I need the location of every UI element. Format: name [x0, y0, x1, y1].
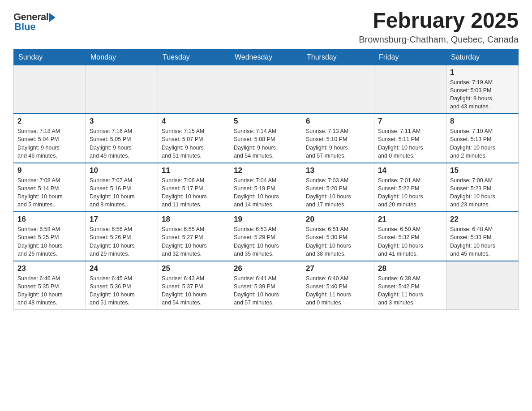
table-row: 18Sunrise: 6:55 AM Sunset: 5:27 PM Dayli…	[158, 212, 230, 261]
calendar-table: Sunday Monday Tuesday Wednesday Thursday…	[13, 49, 519, 310]
table-row	[14, 65, 86, 114]
day-info: Sunrise: 6:58 AM Sunset: 5:25 PM Dayligh…	[17, 225, 82, 258]
table-row: 19Sunrise: 6:53 AM Sunset: 5:29 PM Dayli…	[230, 212, 302, 261]
col-tuesday: Tuesday	[158, 49, 230, 65]
day-info: Sunrise: 7:03 AM Sunset: 5:20 PM Dayligh…	[306, 176, 370, 209]
day-number: 25	[162, 264, 226, 273]
day-number: 7	[378, 117, 442, 126]
day-number: 20	[306, 215, 370, 224]
logo-arrow-icon	[49, 13, 56, 22]
table-row	[230, 65, 302, 114]
table-row: 5Sunrise: 7:14 AM Sunset: 5:08 PM Daylig…	[230, 114, 302, 163]
day-number: 15	[450, 166, 515, 175]
table-row: 15Sunrise: 7:00 AM Sunset: 5:23 PM Dayli…	[446, 163, 519, 212]
col-sunday: Sunday	[14, 49, 86, 65]
logo: General Blue	[13, 9, 56, 33]
table-row: 26Sunrise: 6:41 AM Sunset: 5:39 PM Dayli…	[230, 261, 302, 310]
day-info: Sunrise: 7:16 AM Sunset: 5:05 PM Dayligh…	[90, 127, 154, 160]
day-info: Sunrise: 6:55 AM Sunset: 5:27 PM Dayligh…	[162, 225, 226, 258]
day-info: Sunrise: 7:11 AM Sunset: 5:11 PM Dayligh…	[378, 127, 442, 160]
day-number: 1	[450, 68, 515, 77]
table-row: 24Sunrise: 6:45 AM Sunset: 5:36 PM Dayli…	[86, 261, 158, 310]
table-row	[302, 65, 374, 114]
table-row: 28Sunrise: 6:38 AM Sunset: 5:42 PM Dayli…	[374, 261, 446, 310]
day-number: 11	[162, 166, 226, 175]
table-row: 1Sunrise: 7:19 AM Sunset: 5:03 PM Daylig…	[446, 65, 519, 114]
table-row: 16Sunrise: 6:58 AM Sunset: 5:25 PM Dayli…	[14, 212, 86, 261]
col-thursday: Thursday	[302, 49, 374, 65]
title-block: February 2025 Brownsburg-Chatham, Quebec…	[359, 9, 519, 45]
table-row: 25Sunrise: 6:43 AM Sunset: 5:37 PM Dayli…	[158, 261, 230, 310]
col-friday: Friday	[374, 49, 446, 65]
table-row: 9Sunrise: 7:08 AM Sunset: 5:14 PM Daylig…	[14, 163, 86, 212]
table-row: 21Sunrise: 6:50 AM Sunset: 5:32 PM Dayli…	[374, 212, 446, 261]
table-row: 27Sunrise: 6:40 AM Sunset: 5:40 PM Dayli…	[302, 261, 374, 310]
table-row: 22Sunrise: 6:48 AM Sunset: 5:33 PM Dayli…	[446, 212, 519, 261]
day-number: 23	[17, 264, 82, 273]
calendar-week-row: 16Sunrise: 6:58 AM Sunset: 5:25 PM Dayli…	[14, 212, 519, 261]
day-number: 16	[17, 215, 82, 224]
day-info: Sunrise: 7:10 AM Sunset: 5:13 PM Dayligh…	[450, 127, 515, 160]
table-row: 12Sunrise: 7:04 AM Sunset: 5:19 PM Dayli…	[230, 163, 302, 212]
day-info: Sunrise: 6:53 AM Sunset: 5:29 PM Dayligh…	[234, 225, 298, 258]
day-info: Sunrise: 6:43 AM Sunset: 5:37 PM Dayligh…	[162, 274, 226, 307]
calendar-week-row: 23Sunrise: 6:46 AM Sunset: 5:35 PM Dayli…	[14, 261, 519, 310]
calendar-week-row: 9Sunrise: 7:08 AM Sunset: 5:14 PM Daylig…	[14, 163, 519, 212]
day-number: 19	[234, 215, 298, 224]
day-number: 21	[378, 215, 442, 224]
calendar-header-row: Sunday Monday Tuesday Wednesday Thursday…	[14, 49, 519, 65]
day-info: Sunrise: 6:40 AM Sunset: 5:40 PM Dayligh…	[306, 274, 370, 307]
table-row	[374, 65, 446, 114]
day-info: Sunrise: 6:50 AM Sunset: 5:32 PM Dayligh…	[378, 225, 442, 258]
month-title: February 2025	[359, 9, 519, 33]
day-number: 24	[90, 264, 154, 273]
day-info: Sunrise: 7:15 AM Sunset: 5:07 PM Dayligh…	[162, 127, 226, 160]
col-wednesday: Wednesday	[230, 49, 302, 65]
day-info: Sunrise: 6:56 AM Sunset: 5:26 PM Dayligh…	[90, 225, 154, 258]
table-row: 23Sunrise: 6:46 AM Sunset: 5:35 PM Dayli…	[14, 261, 86, 310]
day-number: 3	[90, 117, 154, 126]
day-info: Sunrise: 7:19 AM Sunset: 5:03 PM Dayligh…	[450, 78, 515, 111]
day-number: 14	[378, 166, 442, 175]
day-number: 2	[17, 117, 82, 126]
day-number: 5	[234, 117, 298, 126]
day-info: Sunrise: 7:13 AM Sunset: 5:10 PM Dayligh…	[306, 127, 370, 160]
calendar-week-row: 2Sunrise: 7:18 AM Sunset: 5:04 PM Daylig…	[14, 114, 519, 163]
day-info: Sunrise: 7:00 AM Sunset: 5:23 PM Dayligh…	[450, 176, 515, 209]
day-number: 26	[234, 264, 298, 273]
day-number: 10	[90, 166, 154, 175]
table-row: 20Sunrise: 6:51 AM Sunset: 5:30 PM Dayli…	[302, 212, 374, 261]
day-info: Sunrise: 7:01 AM Sunset: 5:22 PM Dayligh…	[378, 176, 442, 209]
table-row: 11Sunrise: 7:06 AM Sunset: 5:17 PM Dayli…	[158, 163, 230, 212]
day-info: Sunrise: 7:06 AM Sunset: 5:17 PM Dayligh…	[162, 176, 226, 209]
table-row: 10Sunrise: 7:07 AM Sunset: 5:16 PM Dayli…	[86, 163, 158, 212]
day-number: 27	[306, 264, 370, 273]
day-number: 9	[17, 166, 82, 175]
table-row: 14Sunrise: 7:01 AM Sunset: 5:22 PM Dayli…	[374, 163, 446, 212]
table-row: 6Sunrise: 7:13 AM Sunset: 5:10 PM Daylig…	[302, 114, 374, 163]
table-row	[86, 65, 158, 114]
table-row: 7Sunrise: 7:11 AM Sunset: 5:11 PM Daylig…	[374, 114, 446, 163]
day-info: Sunrise: 7:18 AM Sunset: 5:04 PM Dayligh…	[17, 127, 82, 160]
table-row: 13Sunrise: 7:03 AM Sunset: 5:20 PM Dayli…	[302, 163, 374, 212]
calendar-week-row: 1Sunrise: 7:19 AM Sunset: 5:03 PM Daylig…	[14, 65, 519, 114]
day-number: 17	[90, 215, 154, 224]
day-info: Sunrise: 7:14 AM Sunset: 5:08 PM Dayligh…	[234, 127, 298, 160]
table-row: 4Sunrise: 7:15 AM Sunset: 5:07 PM Daylig…	[158, 114, 230, 163]
location-subtitle: Brownsburg-Chatham, Quebec, Canada	[359, 34, 519, 45]
col-monday: Monday	[86, 49, 158, 65]
day-info: Sunrise: 7:04 AM Sunset: 5:19 PM Dayligh…	[234, 176, 298, 209]
day-info: Sunrise: 6:45 AM Sunset: 5:36 PM Dayligh…	[90, 274, 154, 307]
day-number: 22	[450, 215, 515, 224]
day-info: Sunrise: 6:41 AM Sunset: 5:39 PM Dayligh…	[234, 274, 298, 307]
page-header: General Blue February 2025 Brownsburg-Ch…	[13, 9, 519, 45]
day-info: Sunrise: 6:48 AM Sunset: 5:33 PM Dayligh…	[450, 225, 515, 258]
day-number: 12	[234, 166, 298, 175]
day-number: 8	[450, 117, 515, 126]
day-number: 4	[162, 117, 226, 126]
day-number: 28	[378, 264, 442, 273]
table-row: 2Sunrise: 7:18 AM Sunset: 5:04 PM Daylig…	[14, 114, 86, 163]
day-info: Sunrise: 7:07 AM Sunset: 5:16 PM Dayligh…	[90, 176, 154, 209]
day-info: Sunrise: 7:08 AM Sunset: 5:14 PM Dayligh…	[17, 176, 82, 209]
table-row: 3Sunrise: 7:16 AM Sunset: 5:05 PM Daylig…	[86, 114, 158, 163]
